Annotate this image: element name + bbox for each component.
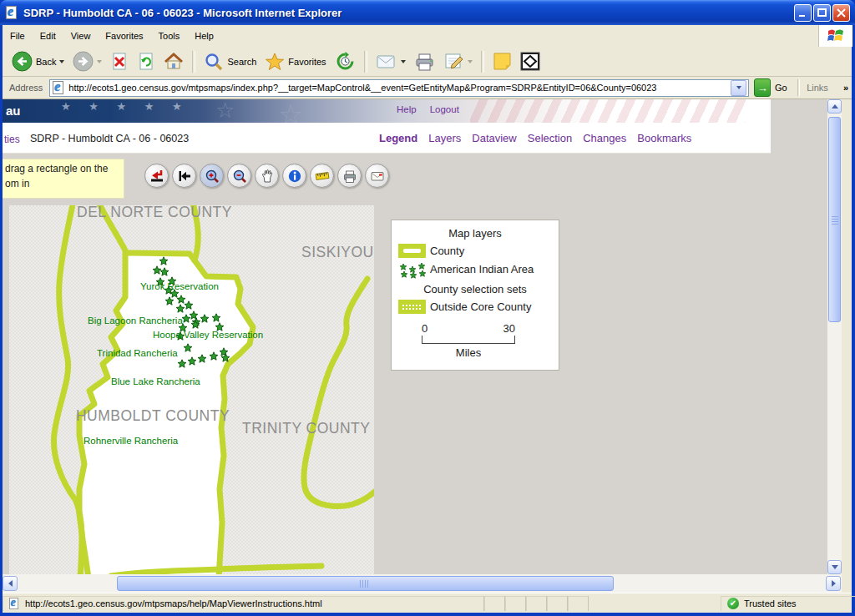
tab-dataview[interactable]: Dataview bbox=[472, 132, 516, 144]
vertical-scrollbar[interactable] bbox=[827, 99, 842, 574]
links-label[interactable]: Links bbox=[807, 83, 828, 93]
window-title: SDRP - Humboldt CA - 06 - 06023 - Micros… bbox=[23, 7, 792, 19]
links-chevron-icon[interactable]: » bbox=[843, 83, 848, 93]
legend-subtitle: County selection sets bbox=[392, 283, 559, 295]
print-button[interactable] bbox=[410, 50, 439, 73]
print-map-button[interactable] bbox=[337, 164, 362, 188]
toolbar-separator bbox=[192, 51, 195, 73]
close-button[interactable] bbox=[832, 4, 850, 22]
vertical-scroll-thumb[interactable] bbox=[828, 117, 841, 322]
legend-row: American Indian Area bbox=[398, 262, 559, 276]
zoom-in-button[interactable] bbox=[200, 164, 224, 188]
scale-end: 30 bbox=[503, 322, 515, 335]
messenger-button[interactable] bbox=[488, 50, 516, 73]
map-viewport[interactable]: DEL NORTE COUNTYSISKIYOUHUMBOLDT COUNTYT… bbox=[9, 205, 374, 574]
scale-bar: 0 30 Miles bbox=[422, 322, 515, 359]
address-dropdown-icon[interactable] bbox=[731, 80, 746, 96]
refresh-icon bbox=[137, 52, 155, 72]
home-button[interactable] bbox=[159, 50, 188, 73]
email-map-icon bbox=[370, 169, 385, 184]
scroll-left-button[interactable] bbox=[3, 576, 18, 591]
mail-button[interactable] bbox=[372, 51, 410, 73]
banner-text-fragment: au bbox=[6, 104, 21, 118]
legend-row: County bbox=[398, 244, 559, 258]
history-button[interactable] bbox=[331, 49, 360, 73]
horizontal-scrollbar[interactable] bbox=[3, 574, 842, 593]
census-banner: ★ ★ ★ ★ ★ ☆ ☆ au bbox=[3, 99, 771, 123]
go-button[interactable]: → bbox=[754, 78, 771, 97]
menu-item-file[interactable]: File bbox=[3, 28, 33, 44]
address-label: Address bbox=[9, 83, 43, 93]
map-tooltip: drag a rectangle on the om in bbox=[3, 159, 124, 199]
edit-button[interactable] bbox=[439, 50, 477, 73]
tab-bookmarks[interactable]: Bookmarks bbox=[637, 132, 691, 144]
menu-item-help[interactable]: Help bbox=[187, 28, 221, 44]
forward-button[interactable] bbox=[68, 49, 106, 73]
legend-label: Outside Core County bbox=[430, 300, 531, 313]
horizontal-scroll-thumb[interactable] bbox=[117, 576, 614, 591]
go-label[interactable]: Go bbox=[775, 83, 787, 93]
refresh-button[interactable] bbox=[133, 50, 159, 73]
legend-selection-items: Outside Core County bbox=[392, 300, 559, 314]
help-link[interactable]: Help bbox=[397, 104, 417, 114]
zoom-out-icon bbox=[232, 169, 247, 184]
trusted-sites-icon: ✔ bbox=[727, 598, 739, 609]
title-bar: e SDRP - Humboldt CA - 06 - 06023 - Micr… bbox=[0, 0, 855, 25]
edit-dropdown-icon bbox=[468, 60, 473, 63]
mail-dropdown-icon[interactable] bbox=[401, 60, 406, 63]
status-url: http://ecots1.geo.census.gov/mtpsmaps/he… bbox=[25, 598, 322, 608]
area-label: Rohnerville Rancheria bbox=[83, 436, 179, 446]
search-label: Search bbox=[227, 57, 256, 67]
menu-item-tools[interactable]: Tools bbox=[151, 28, 188, 44]
scroll-up-button[interactable] bbox=[827, 99, 842, 114]
ie-window-icon: e bbox=[5, 6, 18, 19]
menu-item-favorites[interactable]: Favorites bbox=[98, 28, 150, 44]
pan-button[interactable] bbox=[255, 164, 279, 188]
tab-changes[interactable]: Changes bbox=[583, 132, 626, 144]
tab-selection[interactable]: Selection bbox=[528, 132, 572, 144]
menu-item-view[interactable]: View bbox=[63, 28, 99, 44]
entities-link-fragment[interactable]: ties bbox=[4, 134, 20, 145]
favorites-label: Favorites bbox=[288, 57, 326, 67]
scale-start: 0 bbox=[422, 322, 428, 335]
back-dropdown-icon[interactable] bbox=[59, 60, 64, 63]
legend-items: CountyAmerican Indian Area bbox=[392, 244, 559, 276]
window-frame bbox=[842, 99, 852, 593]
previous-extent-button[interactable] bbox=[172, 164, 196, 188]
previous-extent-icon bbox=[177, 169, 192, 184]
stars-swatch-icon bbox=[398, 262, 426, 276]
search-button[interactable]: Search bbox=[200, 50, 261, 73]
zoom-full-extent-icon bbox=[149, 169, 164, 184]
back-icon bbox=[12, 51, 33, 72]
identify-button[interactable] bbox=[282, 164, 306, 188]
msn-diamond-button[interactable] bbox=[516, 50, 544, 73]
scroll-down-button[interactable] bbox=[827, 560, 842, 574]
page-header-row: ties SDRP - Humboldt CA - 06 - 06023 Leg… bbox=[3, 123, 771, 154]
tab-legend[interactable]: Legend bbox=[379, 132, 417, 144]
address-bar: Address e http://ecots1.geo.census.gov/m… bbox=[3, 77, 852, 99]
map-image[interactable]: DEL NORTE COUNTYSISKIYOUHUMBOLDT COUNTYT… bbox=[9, 205, 374, 574]
menu-item-edit[interactable]: Edit bbox=[33, 28, 63, 44]
security-zone-pane: ✔ Trusted sites bbox=[721, 596, 855, 611]
back-button[interactable]: Back bbox=[8, 49, 68, 73]
identify-icon bbox=[287, 169, 302, 184]
security-zone-label: Trusted sites bbox=[744, 598, 797, 608]
zoom-full-extent-button[interactable] bbox=[144, 164, 169, 188]
zoom-out-button[interactable] bbox=[227, 164, 251, 188]
tooltip-line: drag a rectangle on the bbox=[5, 163, 124, 174]
minimize-button[interactable] bbox=[794, 4, 812, 22]
maximize-button[interactable] bbox=[813, 4, 831, 22]
favorites-button[interactable]: Favorites bbox=[261, 50, 330, 73]
status-pane bbox=[547, 596, 568, 611]
email-map-button[interactable] bbox=[365, 164, 389, 188]
status-page-icon: e bbox=[8, 598, 20, 609]
measure-button[interactable] bbox=[310, 164, 334, 188]
stop-button[interactable] bbox=[106, 50, 133, 73]
print-icon bbox=[414, 52, 435, 72]
tab-layers[interactable]: Layers bbox=[428, 132, 461, 144]
address-input[interactable]: e http://ecots1.geo.census.gov/mtpsmaps/… bbox=[49, 79, 749, 97]
logout-link[interactable]: Logout bbox=[430, 104, 459, 114]
scroll-right-button[interactable] bbox=[826, 576, 841, 591]
toolbar-separator bbox=[364, 51, 367, 73]
search-icon bbox=[204, 52, 224, 72]
